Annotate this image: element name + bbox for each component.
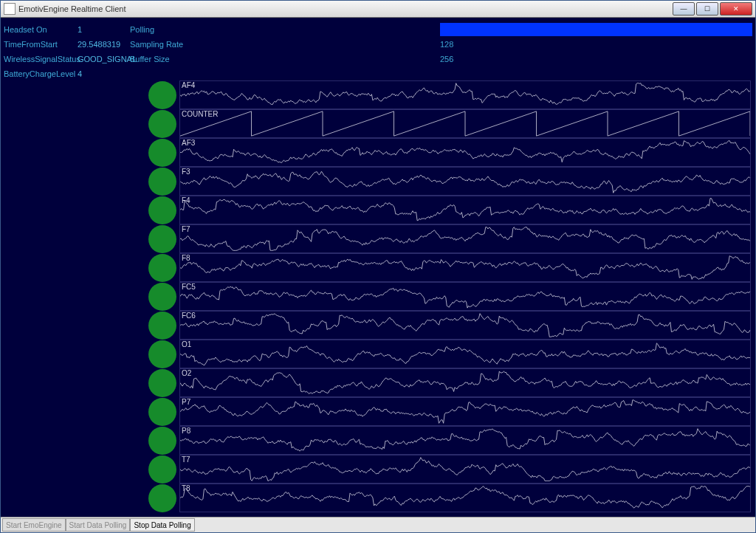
headset-on-value: 1 [78, 25, 82, 34]
channel-label: FC6 [182, 312, 196, 320]
window-title: EmotivEngine Realtime Client [18, 4, 126, 13]
channel-area: AF4COUNTERAF3F3F4F7F8FC5FC6O1O2P7P8T7T8 [148, 80, 751, 512]
close-button[interactable]: ✕ [720, 2, 752, 16]
polling-label: Polling [130, 25, 440, 34]
signal-indicator-icon [148, 110, 176, 138]
waveform-plot: P8 [179, 426, 751, 455]
battery-level-label: BatteryChargeLevel [4, 69, 78, 78]
status-panel: Headset On 1 TimeFromStart 29.5488319 Wi… [4, 22, 129, 81]
channel-label: T7 [182, 455, 190, 464]
channel-label: P8 [182, 427, 190, 435]
signal-indicator-icon [148, 139, 176, 167]
signal-indicator-icon [148, 398, 176, 426]
wireless-signal-value: GOOD_SIGNAL [78, 55, 137, 63]
app-body: Headset On 1 TimeFromStart 29.5488319 Wi… [1, 18, 755, 517]
stop-data-polling-button[interactable]: Stop Data Polling [130, 518, 194, 532]
channel-label: O2 [182, 369, 191, 377]
wireless-signal-label: WirelessSignalStatus [4, 55, 78, 63]
channel-row: F3 [148, 167, 751, 196]
signal-indicator-icon [148, 340, 176, 368]
waveform-plot: FC6 [179, 311, 751, 340]
buffer-size-value: 256 [440, 55, 453, 63]
sampling-rate-value: 128 [440, 40, 453, 49]
signal-indicator-icon [148, 455, 176, 484]
battery-level-value: 4 [78, 69, 82, 78]
channel-label: O1 [182, 340, 191, 348]
channel-label: F7 [182, 225, 190, 233]
channel-row: FC6 [148, 311, 751, 340]
titlebar[interactable]: EmotivEngine Realtime Client — ☐ ✕ [1, 1, 755, 18]
footer-toolbar: Start EmoEngine Start Data Polling Stop … [1, 517, 755, 532]
signal-indicator-icon [148, 168, 176, 196]
waveform-plot: T7 [179, 455, 751, 484]
channel-row: COUNTER [148, 109, 751, 138]
channel-label: AF3 [182, 139, 195, 147]
signal-indicator-icon [148, 484, 176, 512]
signal-indicator-icon [148, 312, 176, 340]
channel-label: COUNTER [182, 110, 218, 118]
channel-label: T8 [182, 484, 190, 492]
channel-row: O2 [148, 368, 751, 397]
waveform-plot: O2 [179, 368, 751, 397]
channel-label: AF4 [182, 81, 195, 89]
channel-label: F8 [182, 254, 190, 262]
channel-row: T8 [148, 484, 751, 512]
waveform-plot: F7 [179, 224, 751, 253]
time-from-start-label: TimeFromStart [4, 40, 78, 49]
polling-progress-bar [440, 23, 752, 36]
waveform-plot: T8 [179, 484, 751, 512]
channel-label: F3 [182, 168, 190, 176]
time-from-start-value: 29.5488319 [78, 40, 120, 49]
waveform-plot: AF3 [179, 138, 751, 167]
waveform-plot: AF4 [179, 80, 751, 109]
start-data-polling-button[interactable]: Start Data Polling [66, 518, 131, 532]
channel-row: F4 [148, 196, 751, 224]
channel-row: AF3 [148, 138, 751, 167]
channel-label: FC5 [182, 283, 196, 291]
signal-indicator-icon [148, 283, 176, 311]
signal-indicator-icon [148, 196, 176, 224]
waveform-plot: P7 [179, 397, 751, 426]
headset-on-label: Headset On [4, 25, 78, 34]
channel-label: F4 [182, 196, 190, 204]
app-window: EmotivEngine Realtime Client — ☐ ✕ Heads… [0, 0, 756, 533]
channel-label: P7 [182, 398, 190, 406]
buffer-size-label: Buffer Size [130, 55, 440, 63]
signal-indicator-icon [148, 81, 176, 109]
maximize-button[interactable]: ☐ [696, 2, 718, 16]
start-emoengine-button[interactable]: Start EmoEngine [2, 518, 66, 532]
channel-row: F8 [148, 253, 751, 282]
info-panel: Polling Sampling Rate 128 Buffer Size 25… [130, 22, 752, 66]
channel-row: AF4 [148, 80, 751, 109]
waveform-plot: F4 [179, 196, 751, 224]
signal-indicator-icon [148, 369, 176, 397]
app-icon [4, 3, 16, 15]
waveform-plot: FC5 [179, 282, 751, 311]
channel-row: FC5 [148, 282, 751, 311]
waveform-plot: O1 [179, 340, 751, 368]
channel-row: F7 [148, 224, 751, 253]
waveform-plot: F8 [179, 253, 751, 282]
channel-row: T7 [148, 455, 751, 484]
waveform-plot: F3 [179, 167, 751, 196]
signal-indicator-icon [148, 427, 176, 455]
sampling-rate-label: Sampling Rate [130, 40, 440, 49]
channel-row: P8 [148, 426, 751, 455]
signal-indicator-icon [148, 254, 176, 282]
minimize-button[interactable]: — [673, 2, 695, 16]
channel-row: P7 [148, 397, 751, 426]
signal-indicator-icon [148, 225, 176, 253]
channel-row: O1 [148, 340, 751, 368]
waveform-plot: COUNTER [179, 109, 751, 138]
